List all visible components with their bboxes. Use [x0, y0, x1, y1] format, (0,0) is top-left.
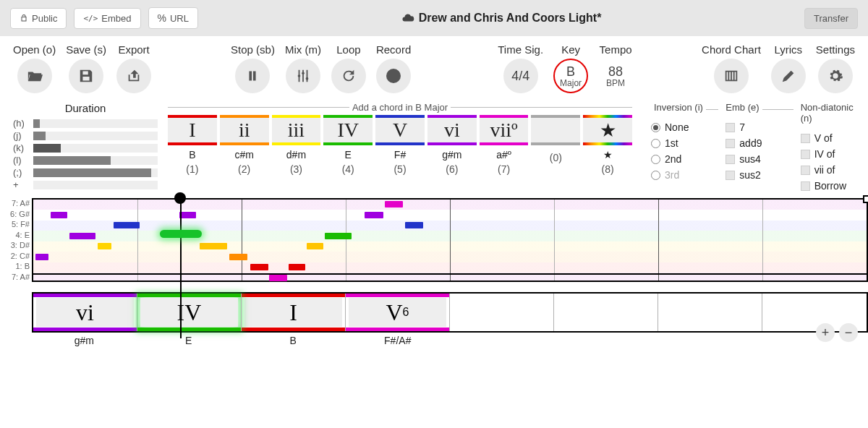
chord-slot[interactable] — [450, 294, 554, 331]
nondiatonic-option[interactable]: vii of — [801, 162, 868, 178]
nondiatonic-option[interactable]: IV of — [801, 146, 868, 162]
note[interactable] — [114, 222, 140, 228]
note[interactable] — [385, 201, 403, 207]
chord-tile[interactable]: vig#m(6) — [427, 115, 477, 175]
embed-button[interactable]: </> Embed — [74, 8, 140, 29]
inversion-col: Inversion (i) None1st2nd3rd — [651, 102, 718, 194]
duration-row[interactable]: + — [13, 179, 158, 191]
url-button[interactable]: % URL — [148, 7, 198, 29]
svg-point-0 — [298, 74, 301, 77]
key-selector[interactable]: Key BMajor — [553, 43, 588, 93]
emb-option[interactable]: 7 — [726, 119, 793, 135]
chord-tile[interactable]: iiid#m(3) — [272, 115, 321, 175]
record-button[interactable]: Record — [376, 43, 411, 93]
chord-tile[interactable]: VF#(5) — [375, 115, 425, 175]
roll-labels: 7: A#6: G#5: F#4: E3: D#2: C#1: B7: A# — [0, 198, 32, 282]
note[interactable] — [325, 233, 352, 239]
settings-button[interactable]: Settings — [816, 43, 855, 93]
emb-option[interactable]: sus2 — [726, 167, 793, 183]
inversion-option[interactable]: 1st — [651, 135, 718, 151]
duration-row[interactable]: (h) — [13, 117, 158, 129]
loop-icon — [341, 68, 357, 84]
note[interactable] — [289, 264, 305, 270]
note[interactable] — [269, 275, 287, 281]
chord-tile[interactable]: IVE(4) — [323, 115, 373, 175]
open-icon — [27, 68, 43, 84]
open-button[interactable]: Open (o) — [13, 43, 56, 93]
zoom-in-button[interactable]: + — [816, 323, 835, 342]
duration-panel: Duration (h)(j)(k)(l)(;)+ — [13, 102, 158, 194]
lyrics-button[interactable]: Lyrics — [771, 43, 806, 93]
chord-slot[interactable] — [554, 294, 658, 331]
chord-slot[interactable] — [658, 294, 762, 331]
chord-track[interactable]: viIVIV6 — [32, 292, 868, 333]
loop-button[interactable]: Loop — [331, 43, 366, 93]
note[interactable] — [405, 222, 423, 228]
note[interactable] — [35, 254, 48, 260]
note[interactable] — [69, 233, 96, 239]
cloud-icon — [401, 12, 414, 25]
chord-tile[interactable]: viiºa#º(7) — [480, 115, 529, 175]
record-icon — [386, 69, 401, 83]
options-panel: Inversion (i) None1st2nd3rd Emb (e) 7add… — [651, 102, 868, 194]
mid-row: Duration (h)(j)(k)(l)(;)+ Add a chord in… — [0, 96, 868, 194]
save-icon — [78, 68, 94, 84]
emb-option[interactable]: add9 — [726, 135, 793, 151]
nondiatonic-option[interactable]: V of — [801, 130, 868, 146]
piano-icon — [723, 68, 739, 84]
zoom-out-button[interactable]: − — [839, 323, 858, 342]
chord-tile[interactable]: (0) — [531, 115, 580, 175]
save-button[interactable]: Save (s) — [66, 43, 106, 93]
tempo[interactable]: Tempo 88BPM — [598, 43, 633, 93]
time-sig[interactable]: Time Sig. 4/4 — [498, 43, 543, 93]
note[interactable] — [98, 243, 112, 249]
note[interactable] — [51, 212, 67, 218]
transfer-label: Transfer — [814, 13, 848, 24]
chord-tile[interactable]: iic#m(2) — [220, 115, 269, 175]
region-end-handle[interactable] — [863, 195, 868, 203]
pencil-icon — [780, 68, 796, 84]
note[interactable] — [365, 212, 383, 218]
current-note[interactable] — [160, 230, 202, 238]
mix-button[interactable]: Mix (m) — [285, 43, 321, 93]
gear-icon — [827, 68, 843, 84]
sliders-icon — [295, 68, 311, 84]
export-button[interactable]: Export — [116, 43, 151, 93]
inversion-option[interactable]: None — [651, 119, 718, 135]
embed-label: Embed — [101, 13, 131, 24]
inversion-option[interactable]: 3rd — [651, 167, 718, 183]
note[interactable] — [229, 254, 247, 260]
stop-button[interactable]: Stop (sb) — [231, 43, 275, 93]
chord-tile[interactable]: IB(1) — [168, 115, 217, 175]
note[interactable] — [307, 243, 323, 249]
chord-slot[interactable]: V6 — [346, 294, 450, 331]
note[interactable] — [250, 264, 268, 270]
chord-slot[interactable]: IV — [137, 294, 242, 331]
url-label: URL — [170, 13, 189, 24]
emb-option[interactable]: sus4 — [726, 151, 793, 167]
duration-row[interactable]: (k) — [13, 142, 158, 154]
unlock-icon — [20, 14, 28, 22]
duration-row[interactable]: (l) — [13, 154, 158, 166]
duration-row[interactable]: (j) — [13, 129, 158, 142]
transfer-button[interactable]: Transfer — [804, 8, 858, 29]
playhead-line[interactable] — [180, 200, 182, 338]
chord-slot[interactable]: vi — [33, 294, 137, 331]
chord-chart-button[interactable]: Chord Chart — [702, 43, 761, 93]
emb-col: Emb (e) 7add9sus4sus2 — [726, 102, 793, 194]
chord-tile[interactable]: ★★(8) — [583, 115, 632, 175]
svg-point-2 — [306, 77, 309, 80]
nondiatonic-option[interactable]: Borrow — [801, 178, 868, 194]
code-icon: </> — [83, 14, 98, 23]
zoom-controls: + − — [816, 323, 858, 342]
chord-slot[interactable]: I — [242, 294, 346, 331]
note[interactable] — [179, 212, 196, 218]
duration-row[interactable]: (;) — [13, 166, 158, 179]
nond-col: Non-diatonic (n) V ofIV ofvii ofBorrow — [801, 102, 868, 194]
note[interactable] — [200, 243, 227, 249]
public-button[interactable]: Public — [10, 8, 67, 29]
inversion-option[interactable]: 2nd — [651, 151, 718, 167]
piano-roll[interactable] — [32, 198, 868, 282]
topbar: Public </> Embed % URL Drew and Chris An… — [0, 0, 868, 36]
link-icon: % — [158, 12, 166, 24]
